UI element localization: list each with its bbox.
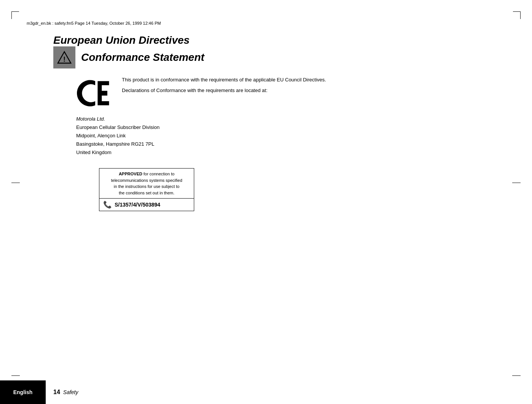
- title-line2: Conformance Statement: [81, 51, 204, 64]
- approved-line3: in the instructions for use subject to: [114, 184, 179, 189]
- address-company: Motorola Ltd.: [76, 115, 494, 123]
- crop-mark-mid-left: [11, 183, 20, 183]
- header-text: m3gdr_en.bk : safety.fm5 Page 14 Tuesday…: [27, 21, 505, 25]
- language-label: English: [13, 389, 33, 395]
- approved-box-text: APPROVED for connection to telecommunica…: [99, 169, 194, 199]
- address-city: Basingstoke, Hampshire RG21 7PL: [76, 140, 494, 148]
- footer-page-section: Safety: [63, 389, 78, 395]
- approved-bold-label: APPROVED: [119, 172, 142, 176]
- conformance-paragraph2: Declarations of Conformance with the req…: [122, 87, 494, 94]
- approved-number: S/1357/4/V/503894: [115, 202, 160, 208]
- approved-line1-rest: for connection to: [142, 172, 174, 176]
- crop-mark-mid-right: [512, 183, 521, 183]
- crop-mark-top-left: [11, 11, 23, 23]
- ce-mark-logo: [76, 76, 114, 110]
- crop-mark-top-right: [509, 11, 521, 23]
- ce-text-block: This product is in conformance with the …: [122, 76, 494, 97]
- conformance-paragraph1: This product is in conformance with the …: [122, 76, 494, 84]
- warning-triangle-svg: !: [57, 50, 72, 65]
- address-block: Motorola Ltd. European Cellular Subscrib…: [76, 115, 494, 157]
- language-tab: English: [0, 380, 46, 404]
- approved-box: APPROVED for connection to telecommunica…: [99, 168, 194, 211]
- main-content: European Union Directives ! Conformance …: [53, 34, 494, 211]
- approved-line2: telecommunications systems specified: [111, 178, 182, 183]
- footer-bar: English 14 Safety: [0, 380, 532, 404]
- approved-box-bottom: 📞 S/1357/4/V/503894: [99, 199, 194, 211]
- title-line1: European Union Directives: [53, 34, 494, 46]
- approved-line4: the conditions set out in them.: [119, 191, 174, 195]
- title-line2-row: ! Conformance Statement: [53, 46, 494, 68]
- address-street: Midpoint, Alençon Link: [76, 132, 494, 140]
- address-country: United Kingdom: [76, 148, 494, 157]
- svg-text:!: !: [63, 56, 66, 63]
- footer-page-number: 14: [53, 389, 60, 396]
- title-area: European Union Directives ! Conformance …: [53, 34, 494, 68]
- ce-section: This product is in conformance with the …: [76, 76, 494, 110]
- phone-icon: 📞: [103, 200, 112, 209]
- footer-page-info: 14 Safety: [53, 389, 78, 396]
- address-division: European Cellular Subscriber Division: [76, 123, 494, 132]
- warning-icon-box: !: [53, 46, 75, 68]
